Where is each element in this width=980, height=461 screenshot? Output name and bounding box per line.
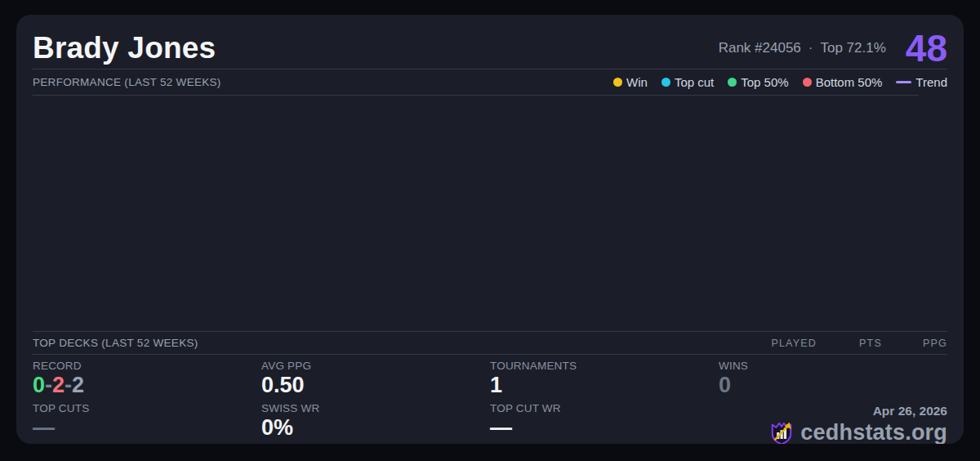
win-dot-icon [613,78,622,87]
record-draws: 2 [72,373,84,397]
column-ppg: PPG [882,338,947,349]
site-brand: cedhstats.org [769,419,947,444]
bottom50-dot-icon [803,78,812,87]
performance-chart [33,96,947,331]
stat-wins: WINS 0 [719,360,947,402]
record-losses: 2 [52,373,65,397]
site-name: cedhstats.org [800,420,947,445]
legend-item-top-cut: Top cut [662,75,714,89]
top-cut-wr-value: — [490,415,719,441]
trend-line-icon [896,81,911,83]
record-value: 0-2-2 [33,373,261,398]
top-decks-header: TOP DECKS (LAST 52 WEEKS) PLAYED PTS PPG [33,332,947,354]
rank-separator: · [808,40,813,56]
stat-tournaments: TOURNAMENTS 1 [490,360,719,402]
stat-record: RECORD 0-2-2 [33,360,261,402]
stat-label: TOP CUTS [33,402,261,414]
card-header: Brady Jones Rank #24056 · Top 72.1% 48 [33,27,947,69]
legend-item-win: Win [613,75,648,89]
performance-title: PERFORMANCE (LAST 52 WEEKS) [33,76,221,88]
top-decks-columns: PLAYED PTS PPG [751,338,947,349]
tournaments-value: 1 [490,373,719,398]
avg-ppg-value: 0.50 [261,373,490,398]
legend-item-top50: Top 50% [728,75,788,89]
record-wins: 0 [33,373,45,397]
stat-label: TOP CUT WR [490,402,719,414]
rank-label: Rank #24056 [719,40,801,56]
stat-label: RECORD [33,360,261,372]
rank-line: Rank #24056 · Top 72.1% [719,40,886,56]
stat-swiss-wr: SWISS WR 0% [261,402,490,444]
legend-label: Win [626,75,648,89]
wins-value: 0 [719,373,947,398]
stat-top-cut-wr: TOP CUT WR — [490,402,719,444]
stat-label: WINS [719,360,947,372]
rank-score-group: Rank #24056 · Top 72.1% 48 [719,29,947,67]
player-name: Brady Jones [33,33,216,63]
column-played: PLAYED [751,338,817,349]
stat-label: AVG PPG [261,360,490,372]
card-date: Apr 26, 2026 [873,404,947,418]
footer-branding: Apr 26, 2026 cedhstats.org [719,402,947,444]
cedhstats-shield-logo-icon [769,419,794,444]
top-cuts-value: — [33,415,261,441]
legend-label: Top cut [675,75,714,89]
column-pts: PTS [817,338,882,349]
top-cut-dot-icon [662,78,670,87]
swiss-wr-value: 0% [261,415,490,441]
performance-header: PERFORMANCE (LAST 52 WEEKS) Win Top cut … [33,69,947,95]
top50-dot-icon [728,78,737,87]
stats-grid: RECORD 0-2-2 AVG PPG 0.50 TOURNAMENTS 1 … [33,355,947,444]
legend-label: Bottom 50% [816,75,883,89]
record-separator: - [65,373,72,397]
player-score: 48 [906,29,947,67]
stat-top-cuts: TOP CUTS — [33,402,261,444]
legend-label: Trend [915,75,947,89]
top-decks-title: TOP DECKS (LAST 52 WEEKS) [33,337,198,349]
legend-label: Top 50% [741,75,788,89]
stat-label: SWISS WR [261,402,490,414]
stat-avg-ppg: AVG PPG 0.50 [261,360,490,402]
chart-legend: Win Top cut Top 50% Bottom 50% Trend [613,75,947,89]
legend-item-bottom50: Bottom 50% [803,75,883,89]
legend-item-trend: Trend [896,75,947,89]
stat-label: TOURNAMENTS [490,360,719,372]
percentile-label: Top 72.1% [820,40,885,56]
record-separator: - [45,373,52,397]
player-stats-card: Brady Jones Rank #24056 · Top 72.1% 48 P… [16,15,964,444]
